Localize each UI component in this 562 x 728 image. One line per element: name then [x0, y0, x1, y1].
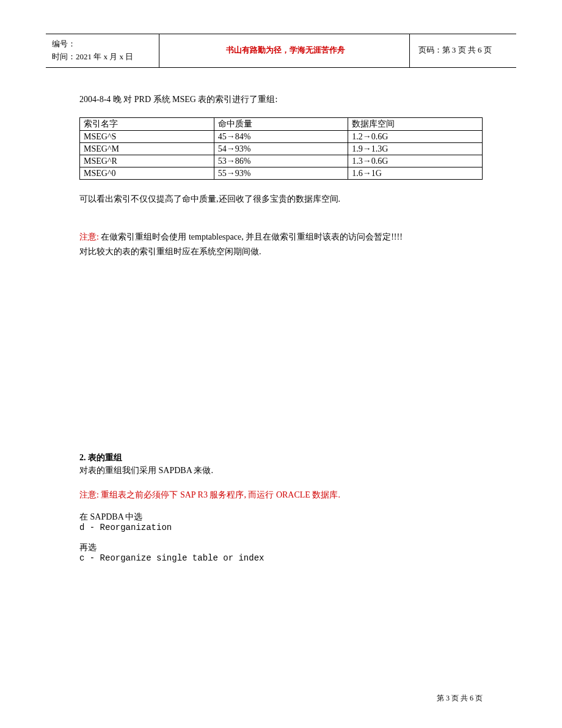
table-row: MSEG^S 45→84% 1.2→0.6G: [80, 131, 483, 143]
section-2: 2. 表的重组 对表的重组我们采用 SAPDBA 来做. 注意: 重组表之前必须…: [79, 452, 483, 564]
page-footer: 第 3 页 共 6 页: [437, 693, 483, 704]
col-header-space: 数据库空间: [348, 118, 483, 131]
cell-hit: 53→86%: [214, 155, 348, 167]
cell-space: 1.2→0.6G: [348, 131, 483, 143]
step2-intro: 再选: [79, 542, 483, 553]
arrow-icon: →: [227, 144, 235, 153]
cell-name: MSEG^S: [80, 131, 214, 143]
section2-note-text: 重组表之前必须停下 SAP R3 服务程序, 而运行 ORACLE 数据库.: [99, 490, 340, 499]
note1-paragraph: 注意: 在做索引重组时会使用 temptablespace, 并且在做索引重组时…: [79, 230, 483, 259]
intro-paragraph: 2004-8-4 晚 对 PRD 系统 MSEG 表的索引进行了重组:: [79, 92, 483, 107]
header-left-cell: 编号： 时间：2021 年 x 月 x 日: [46, 34, 159, 68]
arrow-icon: →: [227, 131, 235, 141]
cell-space: 1.9→1.3G: [348, 143, 483, 155]
step1-intro: 在 SAPDBA 中选: [79, 512, 483, 523]
arrow-icon: →: [363, 131, 371, 141]
after-table-paragraph: 可以看出索引不仅仅提高了命中质量,还回收了很多宝贵的数据库空间.: [79, 192, 483, 207]
table-row: MSEG^R 53→86% 1.3→0.6G: [80, 155, 483, 167]
cell-space: 1.6→1G: [348, 167, 483, 180]
cell-space: 1.3→0.6G: [348, 155, 483, 167]
arrow-icon: →: [363, 144, 371, 153]
section2-note: 注意: 重组表之前必须停下 SAP R3 服务程序, 而运行 ORACLE 数据…: [79, 488, 483, 502]
document-header: 编号： 时间：2021 年 x 月 x 日 书山有路勤为径，学海无涯苦作舟 页码…: [46, 34, 516, 68]
note-label: 注意:: [79, 490, 99, 499]
note1-line2: 对比较大的表的索引重组时应在系统空闲期间做.: [79, 247, 261, 256]
note1-line1: 在做索引重组时会使用 temptablespace, 并且在做索引重组时该表的访…: [99, 232, 403, 241]
document-body: 2004-8-4 晚 对 PRD 系统 MSEG 表的索引进行了重组: 索引名字…: [46, 92, 516, 564]
header-page-label: 页码：第 3 页 共 6 页: [409, 34, 516, 68]
col-header-name: 索引名字: [80, 118, 214, 131]
cell-hit: 55→93%: [214, 167, 348, 180]
header-time-label: 时间：2021 年 x 月 x 日: [52, 52, 133, 61]
step2-command: c - Reorganize single table or index: [79, 553, 483, 563]
header-id-label: 编号：: [52, 39, 76, 48]
arrow-icon: →: [227, 156, 235, 166]
table-row: MSEG^M 54→93% 1.9→1.3G: [80, 143, 483, 155]
cell-hit: 54→93%: [214, 143, 348, 155]
cell-name: MSEG^M: [80, 143, 214, 155]
index-reorg-table: 索引名字 命中质量 数据库空间 MSEG^S 45→84% 1.2→0.6G M…: [79, 117, 483, 180]
step1-command: d - Reorganization: [79, 523, 483, 532]
section2-heading: 2. 表的重组: [79, 452, 483, 463]
col-header-hit: 命中质量: [214, 118, 348, 131]
section2-line1: 对表的重组我们采用 SAPDBA 来做.: [79, 463, 483, 478]
table-header-row: 索引名字 命中质量 数据库空间: [80, 118, 483, 131]
cell-name: MSEG^R: [80, 155, 214, 167]
arrow-icon: →: [363, 156, 371, 166]
table-row: MSEG^0 55→93% 1.6→1G: [80, 167, 483, 180]
cell-hit: 45→84%: [214, 131, 348, 143]
cell-name: MSEG^0: [80, 167, 214, 180]
arrow-icon: →: [227, 168, 235, 178]
header-title: 书山有路勤为径，学海无涯苦作舟: [159, 34, 409, 68]
arrow-icon: →: [363, 168, 371, 178]
note-label: 注意:: [79, 232, 99, 241]
